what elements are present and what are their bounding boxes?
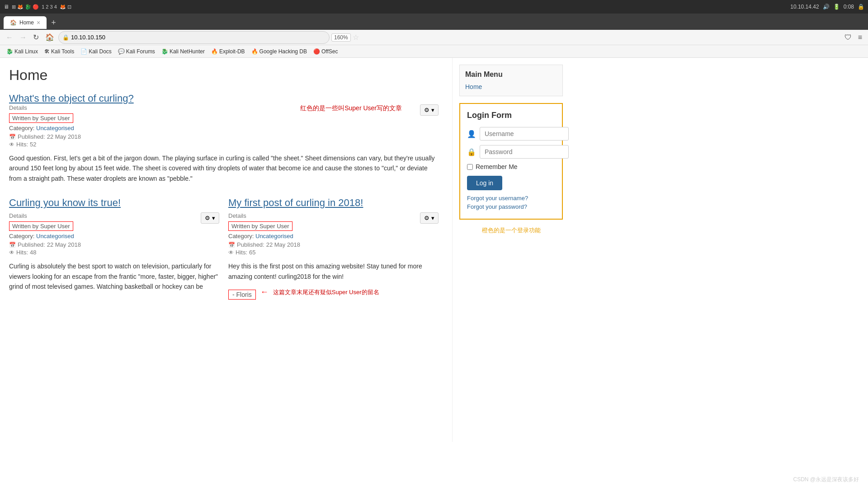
gear-icon-2: ⚙ [205, 215, 210, 221]
article-1-body: Good question. First, let's get a bit of… [9, 153, 439, 183]
article-3-title[interactable]: My first post of curling in 2018! [228, 197, 363, 208]
article-3-details-label: Details [228, 212, 420, 219]
nethunter-icon: 🐉 [161, 48, 168, 55]
article-2-body: Curling is absolutely the best sport to … [9, 261, 219, 291]
bookmark-kali-forums[interactable]: 💬 Kali Forums [115, 47, 158, 56]
tab-title: Home [19, 19, 34, 26]
chevron-down-icon: ▾ [431, 107, 434, 113]
article-1-annotation: 红色的是一些叫Super User写的文章 [300, 104, 402, 113]
gear-icon-3: ⚙ [424, 215, 429, 221]
chevron-down-icon-3: ▾ [431, 215, 434, 221]
article-1-category: Category: Uncategorised [9, 125, 291, 131]
article-2-title[interactable]: Curling you know its true! [9, 197, 121, 208]
article-2-settings-button[interactable]: ⚙ ▾ [201, 212, 219, 224]
app-icons: ⊞ 🦊 🐉 🔴 [12, 4, 39, 10]
kali-forums-icon: 💬 [118, 48, 125, 55]
floris-section: - Floris ← 这篇文章末尾还有疑似Super User的留名 [228, 285, 439, 300]
article-2-details-label: Details [9, 212, 201, 219]
article-1-category-link[interactable]: Uncategorised [36, 125, 74, 131]
article-1-hits: 👁 Hits: 52 [9, 141, 291, 148]
main-menu-home-link[interactable]: Home [465, 83, 482, 90]
user-icon: 👤 [467, 130, 476, 138]
page-heading: Home [9, 67, 439, 84]
forgot-username-link[interactable]: Forgot your username? [467, 195, 555, 202]
remember-me-label: Remember Me [476, 163, 518, 170]
password-input[interactable] [480, 145, 569, 159]
remember-me-row: Remember Me [467, 163, 555, 170]
article-1-details-label: Details [9, 104, 291, 111]
bookmark-kali-linux[interactable]: 🐉 Kali Linux [4, 47, 41, 56]
article-2-category-link[interactable]: Uncategorised [36, 233, 74, 239]
article-1-author: Written by Super User [9, 113, 73, 123]
article-3-author: Written by Super User [228, 221, 292, 231]
calendar-icon: 📅 [9, 134, 16, 140]
article-2-hits: 👁 Hits: 48 [9, 249, 201, 256]
bookmark-google-hacking[interactable]: 🔥 Google Hacking DB [249, 47, 310, 56]
bookmark-kali-docs[interactable]: 📄 Kali Docs [78, 47, 114, 56]
home-button[interactable]: 🏠 [43, 32, 57, 42]
forgot-password-link[interactable]: Forgot your password? [467, 203, 555, 210]
kali-docs-icon: 📄 [80, 48, 87, 55]
article-3-category-link[interactable]: Uncategorised [255, 233, 293, 239]
article-1-published: 📅 Published: 22 May 2018 [9, 133, 291, 140]
login-form-section: Login Form 👤 🔒 Remember Me Log in Forgot… [459, 103, 563, 220]
article-2: Curling you know its true! Details Writt… [9, 197, 219, 300]
eye-icon: 👁 [9, 141, 14, 148]
kali-linux-icon: 🐉 [6, 48, 13, 55]
browser-tab[interactable]: 🏠 Home × [4, 16, 47, 29]
gear-icon: ⚙ [424, 107, 429, 113]
main-menu-section: Main Menu Home [459, 65, 563, 96]
address-bar[interactable]: 🔒 [58, 31, 330, 44]
login-links: Forgot your username? Forgot your passwo… [467, 195, 555, 210]
floris-signature: - Floris [228, 290, 256, 300]
annotation-arrow: ← [260, 287, 269, 297]
forward-button[interactable]: → [17, 33, 29, 42]
article-2-author: Written by Super User [9, 221, 73, 231]
article-2-category: Category: Uncategorised [9, 233, 201, 239]
bookmark-star[interactable]: ☆ [353, 33, 359, 42]
article-1: What's the object of curling? Details Wr… [9, 93, 439, 183]
kali-tools-icon: 🛠 [44, 48, 50, 55]
main-menu-title: Main Menu [465, 70, 557, 79]
article-3-category: Category: Uncategorised [228, 233, 420, 239]
lock-icon: 🔒 [467, 148, 476, 156]
eye-icon-3: 👁 [228, 249, 234, 256]
menu-button[interactable]: ≡ [856, 33, 864, 42]
article-1-settings-button[interactable]: ⚙ ▾ [420, 104, 439, 116]
remember-me-checkbox[interactable] [467, 164, 473, 170]
login-button[interactable]: Log in [467, 176, 502, 190]
article-3-hits: 👁 Hits: 65 [228, 249, 420, 256]
floris-annotation-text: 这篇文章末尾还有疑似Super User的留名 [273, 288, 379, 296]
system-tray: 10.10.14.42 🔊 🔋 0:08 🔒 [790, 4, 864, 10]
bookmark-offsec[interactable]: 🔴 OffSec [311, 47, 340, 56]
reload-button[interactable]: ↻ [31, 32, 41, 42]
bookmark-kali-tools[interactable]: 🛠 Kali Tools [42, 47, 77, 56]
login-form-title: Login Form [467, 111, 555, 120]
tab-favicon: 🏠 [10, 19, 17, 26]
article-3: My first post of curling in 2018! Detail… [228, 197, 439, 300]
new-tab-button[interactable]: + [47, 15, 61, 30]
password-field: 🔒 [467, 145, 555, 159]
back-button[interactable]: ← [4, 33, 15, 42]
tab-close-button[interactable]: × [37, 19, 40, 26]
extensions-button[interactable]: 🛡 [842, 33, 854, 42]
calendar-icon-2: 📅 [9, 242, 16, 248]
article-3-body: Hey this is the first post on this amazi… [228, 261, 439, 282]
tab-numbers: 1 2 3 4 [42, 4, 57, 9]
url-input[interactable] [71, 34, 326, 41]
bookmark-kali-nethunter[interactable]: 🐉 Kali NetHunter [159, 47, 208, 56]
bookmarks-bar: 🐉 Kali Linux 🛠 Kali Tools 📄 Kali Docs 💬 … [0, 45, 868, 58]
exploit-db-icon: 🔥 [211, 48, 218, 55]
eye-icon-2: 👁 [9, 249, 14, 256]
zoom-level: 160% [331, 33, 351, 42]
google-hacking-icon: 🔥 [251, 48, 258, 55]
article-1-title[interactable]: What's the object of curling? [9, 93, 134, 104]
username-input[interactable] [480, 127, 569, 141]
chevron-down-icon-2: ▾ [212, 215, 215, 221]
article-3-published: 📅 Published: 22 May 2018 [228, 241, 420, 248]
article-3-settings-button[interactable]: ⚙ ▾ [420, 212, 439, 224]
secure-icon: 🔒 [62, 34, 69, 41]
bookmark-exploit-db[interactable]: 🔥 Exploit-DB [208, 47, 248, 56]
login-annotation: 橙色的是一个登录功能 [459, 226, 563, 235]
article-2-published: 📅 Published: 22 May 2018 [9, 241, 201, 248]
